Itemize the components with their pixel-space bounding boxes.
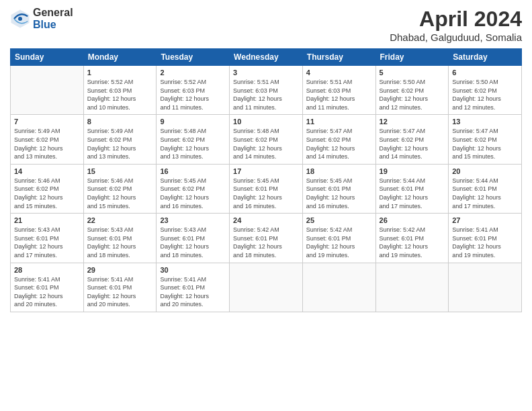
day-number: 15: [87, 167, 153, 175]
day-info: Sunrise: 5:45 AM Sunset: 6:02 PM Dayligh…: [160, 177, 226, 210]
table-row: 7Sunrise: 5:49 AM Sunset: 6:02 PM Daylig…: [11, 115, 84, 164]
table-row: [230, 263, 303, 312]
day-info: Sunrise: 5:51 AM Sunset: 6:03 PM Dayligh…: [306, 78, 372, 111]
day-info: Sunrise: 5:41 AM Sunset: 6:01 PM Dayligh…: [160, 275, 226, 309]
svg-point-1: [18, 17, 22, 21]
table-row: [449, 263, 522, 312]
day-number: 29: [87, 266, 153, 274]
day-info: Sunrise: 5:43 AM Sunset: 6:01 PM Dayligh…: [160, 226, 226, 259]
day-number: 4: [306, 68, 372, 77]
col-tuesday: Tuesday: [157, 49, 230, 66]
day-number: 25: [306, 216, 372, 224]
day-number: 8: [87, 118, 153, 126]
day-info: Sunrise: 5:42 AM Sunset: 6:01 PM Dayligh…: [306, 226, 372, 259]
table-row: 1Sunrise: 5:52 AM Sunset: 6:03 PM Daylig…: [83, 66, 157, 115]
day-number: 7: [14, 118, 80, 126]
day-info: Sunrise: 5:47 AM Sunset: 6:02 PM Dayligh…: [452, 127, 518, 161]
logo: General Blue: [10, 7, 73, 30]
table-row: 27Sunrise: 5:41 AM Sunset: 6:01 PM Dayli…: [449, 214, 522, 263]
day-info: Sunrise: 5:45 AM Sunset: 6:01 PM Dayligh…: [306, 177, 372, 210]
day-info: Sunrise: 5:50 AM Sunset: 6:02 PM Dayligh…: [452, 78, 518, 111]
day-info: Sunrise: 5:47 AM Sunset: 6:02 PM Dayligh…: [306, 127, 372, 161]
day-info: Sunrise: 5:43 AM Sunset: 6:01 PM Dayligh…: [14, 226, 80, 259]
main-title: April 2024: [390, 7, 522, 32]
col-saturday: Saturday: [449, 49, 522, 66]
day-number: 21: [14, 216, 80, 224]
day-number: 27: [452, 216, 518, 224]
header: General Blue April 2024 Dhabad, Galguduu…: [10, 7, 522, 43]
calendar-week-row: 14Sunrise: 5:46 AM Sunset: 6:02 PM Dayli…: [11, 164, 522, 213]
day-number: 24: [233, 216, 299, 224]
day-number: 20: [452, 167, 518, 175]
logo-general-text: General: [33, 7, 73, 19]
logo-blue-text: Blue: [33, 19, 73, 31]
col-thursday: Thursday: [302, 49, 375, 66]
day-number: 16: [160, 167, 226, 175]
calendar-week-row: 28Sunrise: 5:41 AM Sunset: 6:01 PM Dayli…: [11, 263, 522, 312]
day-number: 13: [452, 118, 518, 126]
day-number: 19: [380, 167, 445, 175]
calendar-week-row: 21Sunrise: 5:43 AM Sunset: 6:01 PM Dayli…: [11, 214, 522, 263]
table-row: 19Sunrise: 5:44 AM Sunset: 6:01 PM Dayli…: [375, 164, 449, 213]
table-row: [11, 66, 84, 115]
day-info: Sunrise: 5:48 AM Sunset: 6:02 PM Dayligh…: [160, 127, 226, 161]
table-row: 21Sunrise: 5:43 AM Sunset: 6:01 PM Dayli…: [11, 214, 84, 263]
logo-icon: [10, 9, 30, 29]
table-row: 12Sunrise: 5:47 AM Sunset: 6:02 PM Dayli…: [375, 115, 449, 164]
day-number: 18: [306, 167, 372, 175]
day-info: Sunrise: 5:46 AM Sunset: 6:02 PM Dayligh…: [14, 177, 80, 210]
col-wednesday: Wednesday: [230, 49, 303, 66]
day-info: Sunrise: 5:45 AM Sunset: 6:01 PM Dayligh…: [233, 177, 299, 210]
day-number: 28: [14, 266, 80, 274]
day-info: Sunrise: 5:49 AM Sunset: 6:02 PM Dayligh…: [14, 127, 80, 161]
day-info: Sunrise: 5:44 AM Sunset: 6:01 PM Dayligh…: [380, 177, 445, 210]
day-number: 14: [14, 167, 80, 175]
table-row: 5Sunrise: 5:50 AM Sunset: 6:02 PM Daylig…: [375, 66, 449, 115]
title-block: April 2024 Dhabad, Galguduud, Somalia: [390, 7, 522, 43]
table-row: 29Sunrise: 5:41 AM Sunset: 6:01 PM Dayli…: [83, 263, 157, 312]
day-number: 23: [160, 216, 226, 224]
day-info: Sunrise: 5:41 AM Sunset: 6:01 PM Dayligh…: [452, 226, 518, 259]
day-number: 12: [380, 118, 445, 126]
page-container: General Blue April 2024 Dhabad, Galguduu…: [0, 0, 532, 411]
table-row: 15Sunrise: 5:46 AM Sunset: 6:02 PM Dayli…: [83, 164, 157, 213]
day-number: 26: [380, 216, 445, 224]
day-info: Sunrise: 5:43 AM Sunset: 6:01 PM Dayligh…: [87, 226, 153, 259]
day-number: 17: [233, 167, 299, 175]
table-row: 26Sunrise: 5:42 AM Sunset: 6:01 PM Dayli…: [375, 214, 449, 263]
day-number: 30: [160, 266, 226, 274]
calendar-header-row: Sunday Monday Tuesday Wednesday Thursday…: [11, 49, 522, 66]
col-sunday: Sunday: [11, 49, 84, 66]
day-info: Sunrise: 5:52 AM Sunset: 6:03 PM Dayligh…: [87, 78, 153, 111]
table-row: 28Sunrise: 5:41 AM Sunset: 6:01 PM Dayli…: [11, 263, 84, 312]
table-row: 9Sunrise: 5:48 AM Sunset: 6:02 PM Daylig…: [157, 115, 230, 164]
table-row: 23Sunrise: 5:43 AM Sunset: 6:01 PM Dayli…: [157, 214, 230, 263]
day-number: 5: [380, 68, 445, 77]
table-row: [375, 263, 449, 312]
day-number: 2: [160, 68, 226, 77]
table-row: 6Sunrise: 5:50 AM Sunset: 6:02 PM Daylig…: [449, 66, 522, 115]
day-info: Sunrise: 5:46 AM Sunset: 6:02 PM Dayligh…: [87, 177, 153, 210]
table-row: 20Sunrise: 5:44 AM Sunset: 6:01 PM Dayli…: [449, 164, 522, 213]
day-info: Sunrise: 5:47 AM Sunset: 6:02 PM Dayligh…: [380, 127, 445, 161]
day-info: Sunrise: 5:44 AM Sunset: 6:01 PM Dayligh…: [452, 177, 518, 210]
day-info: Sunrise: 5:52 AM Sunset: 6:03 PM Dayligh…: [160, 78, 226, 111]
calendar-table: Sunday Monday Tuesday Wednesday Thursday…: [10, 48, 522, 312]
day-number: 9: [160, 118, 226, 126]
table-row: 10Sunrise: 5:48 AM Sunset: 6:02 PM Dayli…: [230, 115, 303, 164]
table-row: 30Sunrise: 5:41 AM Sunset: 6:01 PM Dayli…: [157, 263, 230, 312]
logo-text: General Blue: [33, 7, 73, 30]
table-row: 4Sunrise: 5:51 AM Sunset: 6:03 PM Daylig…: [302, 66, 375, 115]
table-row: 24Sunrise: 5:42 AM Sunset: 6:01 PM Dayli…: [230, 214, 303, 263]
table-row: 14Sunrise: 5:46 AM Sunset: 6:02 PM Dayli…: [11, 164, 84, 213]
table-row: 22Sunrise: 5:43 AM Sunset: 6:01 PM Dayli…: [83, 214, 157, 263]
calendar-week-row: 1Sunrise: 5:52 AM Sunset: 6:03 PM Daylig…: [11, 66, 522, 115]
day-info: Sunrise: 5:50 AM Sunset: 6:02 PM Dayligh…: [380, 78, 445, 111]
day-info: Sunrise: 5:41 AM Sunset: 6:01 PM Dayligh…: [14, 275, 80, 309]
day-number: 22: [87, 216, 153, 224]
table-row: 18Sunrise: 5:45 AM Sunset: 6:01 PM Dayli…: [302, 164, 375, 213]
day-number: 11: [306, 118, 372, 126]
table-row: [302, 263, 375, 312]
calendar-week-row: 7Sunrise: 5:49 AM Sunset: 6:02 PM Daylig…: [11, 115, 522, 164]
day-number: 10: [233, 118, 299, 126]
